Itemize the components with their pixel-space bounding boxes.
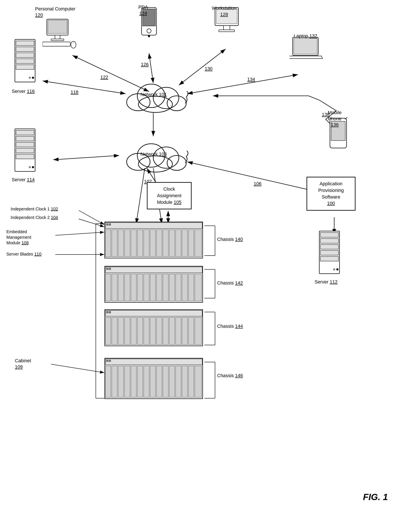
server-112-label: Server 112: [315, 279, 338, 285]
svg-rect-160: [105, 366, 111, 397]
svg-rect-129: [150, 274, 156, 301]
clock-assignment-box: Clock Assignment Module 105: [147, 182, 192, 209]
svg-rect-131: [163, 274, 168, 301]
chassis-140-label: Chassis 140: [217, 236, 243, 243]
svg-rect-173: [188, 366, 194, 397]
svg-rect-139: [106, 311, 108, 313]
mobile-phone-label: MobilePhone136: [328, 110, 342, 128]
svg-line-15: [53, 155, 119, 160]
svg-rect-113: [169, 230, 175, 257]
svg-rect-95: [320, 250, 338, 255]
svg-point-90: [29, 166, 31, 168]
svg-rect-153: [182, 317, 188, 345]
svg-text:118: 118: [71, 89, 78, 95]
svg-rect-135: [188, 274, 194, 301]
svg-rect-144: [125, 317, 130, 345]
svg-rect-57: [51, 39, 64, 41]
svg-rect-165: [137, 366, 143, 397]
svg-rect-116: [188, 230, 194, 257]
ind-clock-2-label: Independent Clock 2 104: [11, 215, 58, 220]
svg-rect-125: [125, 274, 130, 301]
svg-rect-94: [320, 245, 338, 249]
svg-line-26: [51, 364, 104, 373]
svg-rect-85: [16, 136, 34, 141]
svg-rect-162: [118, 366, 124, 397]
svg-rect-122: [105, 274, 111, 301]
svg-rect-110: [150, 230, 156, 257]
svg-rect-121: [109, 268, 111, 270]
svg-rect-170: [169, 366, 175, 397]
svg-rect-67: [224, 25, 230, 30]
svg-rect-140: [109, 311, 111, 313]
personal-computer-icon: [43, 18, 77, 50]
svg-rect-114: [176, 230, 181, 257]
svg-rect-109: [144, 230, 149, 257]
app-provisioning-id: 100: [327, 201, 335, 206]
chassis-140-icon: [104, 222, 206, 260]
svg-rect-132: [169, 274, 175, 301]
svg-rect-56: [55, 35, 60, 39]
svg-point-59: [71, 41, 76, 48]
svg-rect-168: [157, 366, 162, 397]
svg-text:134: 134: [247, 77, 255, 82]
svg-rect-128: [144, 274, 149, 301]
svg-text:130: 130: [205, 66, 213, 71]
svg-rect-167: [150, 366, 156, 397]
ind-clock-1-label: Independent Clock 1 102: [11, 206, 58, 212]
svg-rect-87: [16, 148, 34, 153]
server-116-icon: [13, 38, 40, 87]
svg-rect-104: [112, 230, 117, 257]
svg-rect-134: [182, 274, 188, 301]
laptop-icon: [290, 36, 326, 64]
svg-rect-108: [137, 230, 143, 257]
svg-rect-78: [16, 53, 34, 57]
svg-rect-136: [195, 274, 202, 301]
svg-rect-147: [144, 317, 149, 345]
svg-point-98: [333, 268, 335, 270]
svg-rect-151: [169, 317, 175, 345]
svg-rect-124: [118, 274, 124, 301]
svg-rect-138: [105, 310, 202, 316]
server-116-label: Server 116: [12, 88, 35, 95]
figure-label: FIG. 1: [363, 492, 388, 502]
svg-rect-166: [144, 366, 149, 397]
svg-rect-70: [294, 38, 317, 54]
svg-line-27: [136, 168, 145, 224]
server-114-label: Server 114: [12, 177, 35, 183]
svg-rect-111: [157, 230, 162, 257]
svg-rect-155: [195, 317, 202, 345]
svg-rect-174: [195, 366, 202, 397]
svg-rect-143: [118, 317, 124, 345]
svg-rect-159: [109, 360, 111, 362]
svg-rect-103: [105, 230, 111, 257]
svg-rect-100: [105, 222, 202, 229]
network-103-label: Network 103: [141, 151, 167, 157]
workstation-label: Workstation 128: [212, 5, 236, 17]
svg-rect-80: [16, 65, 34, 69]
server-blades-label: Server Blades 110: [6, 251, 41, 257]
chassis-146-icon: [104, 358, 206, 400]
personal-computer-label: Personal Computer 120: [35, 6, 76, 18]
svg-line-21: [79, 210, 104, 225]
svg-rect-105: [118, 230, 124, 257]
svg-rect-164: [131, 366, 136, 397]
embedded-mgmt-label: EmbeddedManagementModule 108: [6, 229, 31, 246]
svg-rect-171: [176, 366, 181, 397]
svg-rect-142: [112, 317, 117, 345]
svg-text:106: 106: [254, 181, 262, 186]
svg-point-64: [148, 35, 150, 37]
svg-rect-106: [125, 230, 130, 257]
svg-rect-145: [131, 317, 136, 345]
svg-rect-172: [182, 366, 188, 397]
chassis-146-label: Chassis 146: [217, 373, 243, 379]
svg-point-89: [32, 166, 34, 168]
svg-rect-157: [105, 359, 202, 365]
svg-line-23: [55, 232, 104, 235]
svg-rect-76: [16, 41, 34, 46]
svg-rect-117: [195, 230, 202, 257]
svg-rect-150: [163, 317, 168, 345]
laptop-label: Laptop 132: [294, 33, 317, 39]
app-provisioning-label: Application Provisioning Software: [318, 181, 344, 199]
svg-line-9: [187, 75, 298, 94]
pda-label: PDA 124: [138, 4, 148, 16]
